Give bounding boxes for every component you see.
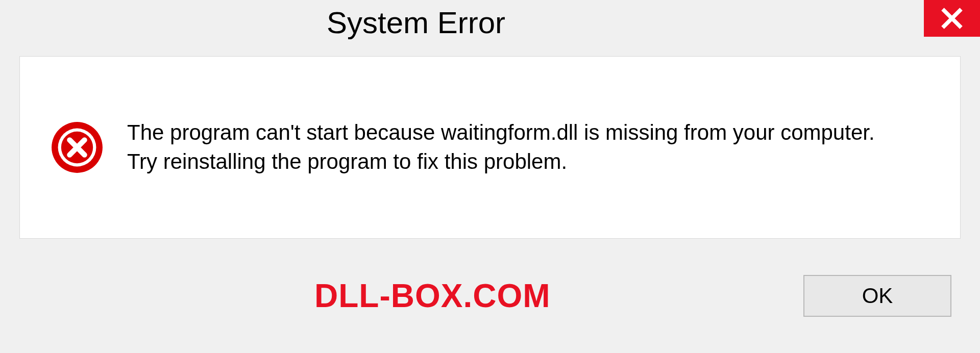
error-message: The program can't start because waitingf… [127,118,903,176]
close-button[interactable] [924,0,980,37]
content-panel: The program can't start because waitingf… [19,56,961,239]
watermark-text: DLL-BOX.COM [314,277,551,315]
ok-button[interactable]: OK [803,275,951,317]
error-dialog: System Error The program can't start bec… [0,0,980,353]
dialog-title: System Error [327,5,505,40]
close-icon [940,7,964,30]
dialog-footer: DLL-BOX.COM OK [0,239,980,353]
error-icon [51,121,104,174]
titlebar: System Error [0,0,980,46]
